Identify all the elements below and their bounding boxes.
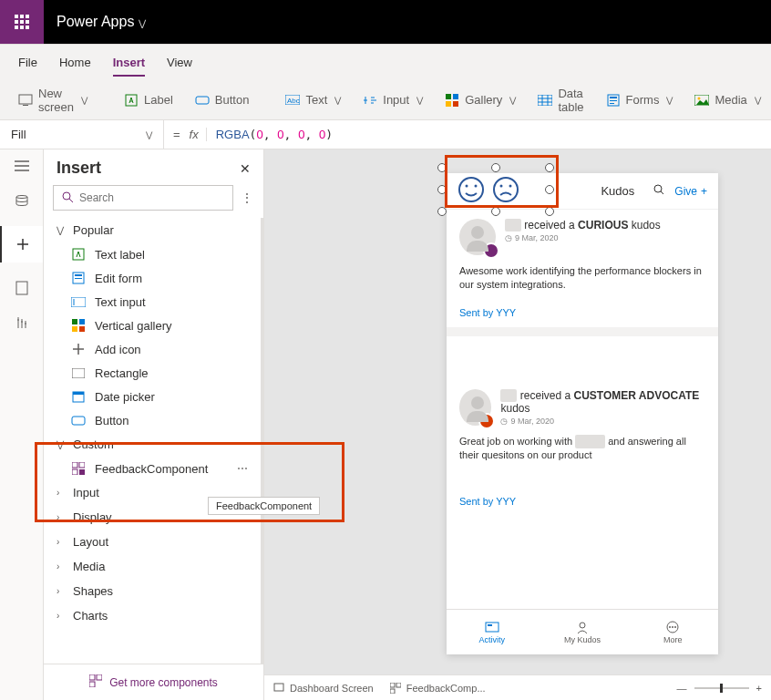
data-button[interactable] bbox=[13, 191, 31, 210]
svg-rect-12 bbox=[196, 97, 209, 104]
input-menu[interactable]: Input⋁ bbox=[355, 86, 430, 115]
workspace: Insert ✕ ⋮ ⋁Popular Text label Edit form… bbox=[0, 149, 771, 700]
group-charts[interactable]: ›Charts bbox=[44, 603, 261, 628]
button-icon bbox=[195, 93, 210, 108]
forms-menu[interactable]: Forms⋁ bbox=[599, 86, 681, 115]
svg-rect-30 bbox=[75, 274, 82, 276]
advanced-button[interactable] bbox=[13, 314, 31, 332]
activity-icon bbox=[484, 621, 500, 633]
svg-rect-31 bbox=[75, 278, 82, 279]
search-icon[interactable] bbox=[653, 183, 665, 199]
sent-by-link[interactable]: Sent by YYY bbox=[459, 307, 705, 318]
menu-bar: File Home Insert View bbox=[0, 44, 771, 80]
svg-rect-21 bbox=[610, 97, 617, 98]
new-screen-label: New screen bbox=[38, 87, 74, 114]
button-button[interactable]: Button bbox=[188, 86, 257, 115]
ctrl-rectangle[interactable]: Rectangle bbox=[44, 361, 261, 385]
chevron-down-icon: ⋁ bbox=[666, 96, 673, 105]
menu-file[interactable]: File bbox=[18, 48, 37, 77]
input-label: Input bbox=[383, 93, 409, 107]
zoom-slider[interactable] bbox=[694, 687, 749, 689]
formula-input[interactable]: RGBA(0, 0, 0, 0) bbox=[207, 128, 771, 141]
formula-function: RGBA bbox=[216, 128, 250, 141]
ctrl-textlabel[interactable]: Text label bbox=[44, 242, 261, 266]
screen-tab[interactable]: Dashboard Screen bbox=[273, 683, 374, 694]
nav-activity[interactable]: Activity bbox=[447, 610, 537, 654]
svg-point-57 bbox=[580, 623, 585, 628]
datatable-button[interactable]: Data table bbox=[530, 86, 591, 115]
ctrl-vgallery[interactable]: Vertical gallery bbox=[44, 314, 261, 337]
component-tab[interactable]: FeedbackComp... bbox=[390, 683, 486, 694]
give-button[interactable]: Give+ bbox=[674, 185, 707, 198]
app-name[interactable]: Power Apps ⋁ bbox=[44, 14, 159, 30]
canvas[interactable]: Kudos Give+ xxx received a CURIOUS kudos… bbox=[264, 149, 771, 700]
tree-view-button[interactable] bbox=[13, 157, 31, 175]
selection-outline[interactable] bbox=[442, 168, 550, 211]
media-menu[interactable]: Media⋁ bbox=[687, 86, 767, 115]
more-button[interactable]: ⋮ bbox=[241, 190, 254, 205]
rectangle-icon bbox=[71, 365, 86, 380]
label-text: Label bbox=[144, 93, 173, 107]
svg-rect-55 bbox=[486, 623, 499, 632]
card-body: Great job on working with xxxxxx and ans… bbox=[459, 435, 705, 463]
separator bbox=[447, 327, 718, 336]
ribbon: New screen⋁ Label Button Abc Text⋁ Input… bbox=[0, 80, 771, 120]
chevron-down-icon: ⋁ bbox=[146, 130, 152, 139]
ctrl-datepicker[interactable]: Date picker bbox=[44, 385, 261, 408]
chevron-down-icon: ⋁ bbox=[57, 439, 66, 449]
avatar bbox=[459, 389, 491, 426]
svg-text:Abc: Abc bbox=[287, 97, 300, 105]
zoom-in-button[interactable]: + bbox=[756, 683, 762, 694]
media-icon bbox=[694, 93, 709, 108]
app-name-label: Power Apps bbox=[57, 14, 134, 29]
app-launcher-button[interactable] bbox=[0, 0, 44, 44]
zoom-out-button[interactable]: — bbox=[677, 683, 687, 694]
search-input-wrapper[interactable] bbox=[53, 185, 233, 211]
menu-home[interactable]: Home bbox=[59, 48, 91, 77]
clock-icon: ◷ bbox=[505, 233, 512, 242]
item-more-button[interactable]: ⋯ bbox=[237, 462, 250, 475]
controls-tree[interactable]: ⋁Popular Text label Edit form Text input… bbox=[44, 218, 263, 664]
nav-mykudos[interactable]: My Kudos bbox=[537, 610, 627, 654]
label-button[interactable]: Label bbox=[117, 86, 180, 115]
menu-insert[interactable]: Insert bbox=[113, 48, 145, 77]
group-media[interactable]: ›Media bbox=[44, 554, 261, 579]
menu-view[interactable]: View bbox=[167, 48, 192, 77]
calendar-icon bbox=[71, 389, 86, 404]
card-date: ◷9 Mar, 2020 bbox=[505, 233, 661, 242]
ctrl-feedback-component[interactable]: FeedbackComponent⋯ bbox=[44, 457, 261, 480]
media-panel-button[interactable] bbox=[13, 279, 31, 297]
ctrl-editform[interactable]: Edit form bbox=[44, 266, 261, 290]
close-button[interactable]: ✕ bbox=[240, 161, 251, 176]
search-input[interactable] bbox=[79, 191, 225, 204]
gallery-icon bbox=[71, 318, 86, 333]
gallery-menu[interactable]: Gallery⋁ bbox=[437, 86, 523, 115]
card-title: xxx received a CUSTOMER ADVOCATE kudos bbox=[500, 389, 705, 415]
nav-more[interactable]: More bbox=[628, 610, 718, 654]
group-layout[interactable]: ›Layout bbox=[44, 530, 261, 554]
group-custom[interactable]: ⋁Custom bbox=[44, 432, 261, 457]
svg-rect-40 bbox=[72, 417, 85, 425]
ctrl-textinput[interactable]: Text input bbox=[44, 290, 261, 314]
left-rail bbox=[0, 149, 44, 700]
ctrl-button[interactable]: Button bbox=[44, 408, 261, 432]
zoom-control[interactable]: — + bbox=[677, 683, 762, 694]
group-shapes[interactable]: ›Shapes bbox=[44, 579, 261, 603]
insert-rail-button[interactable] bbox=[0, 226, 43, 262]
screen-icon bbox=[18, 93, 33, 108]
group-popular[interactable]: ⋁Popular bbox=[44, 218, 261, 242]
svg-rect-17 bbox=[446, 101, 451, 107]
footer-label: Get more components bbox=[109, 676, 218, 689]
forms-label: Forms bbox=[626, 93, 660, 107]
property-name: Fill bbox=[11, 128, 26, 141]
ctrl-addicon[interactable]: Add icon bbox=[44, 337, 261, 361]
new-screen-button[interactable]: New screen⋁ bbox=[11, 86, 95, 115]
text-menu[interactable]: Abc Text⋁ bbox=[278, 86, 348, 115]
svg-rect-33 bbox=[72, 319, 77, 324]
badge-icon bbox=[483, 242, 499, 259]
get-more-components-button[interactable]: Get more components bbox=[44, 664, 263, 700]
property-selector[interactable]: Fill ⋁ bbox=[0, 120, 164, 149]
svg-rect-65 bbox=[390, 689, 395, 694]
chevron-down-icon: ⋁ bbox=[139, 18, 146, 28]
sent-by-link[interactable]: Sent by YYY bbox=[459, 496, 705, 507]
